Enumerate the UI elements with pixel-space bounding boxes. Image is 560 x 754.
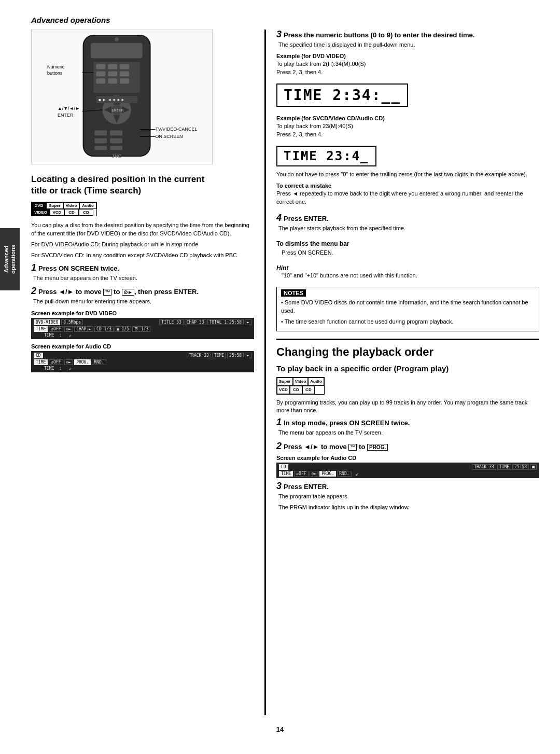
intro-text: You can play a disc from the desired pos…	[31, 221, 254, 238]
section-divider	[276, 339, 539, 340]
step1-action: Press ON SCREEN twice.	[38, 264, 119, 272]
note-dvd: For DVD VIDEO/Audio CD: During playback …	[31, 241, 254, 248]
audio-badge: Audio	[79, 202, 96, 209]
lower-screen-audio: CD TRACK 33 TIME 25:58 ■ TIME ↺OFF ⊙► PR…	[276, 463, 539, 478]
svg-rect-25	[110, 146, 122, 150]
dvd-badge: DVD	[32, 202, 46, 209]
lower-step-1: 1 In stop mode, press ON SCREEN twice. T…	[276, 417, 539, 437]
step-1: 1 Press ON SCREEN twice. The menu bar ap…	[31, 263, 254, 282]
screen-audio-label: Screen example for Audio CD	[31, 343, 254, 350]
hint-section: Hint "10" and "+10" buttons are not used…	[276, 264, 539, 280]
sub-heading: To play back in a specific order (Progra…	[276, 364, 539, 373]
step3-action: Press the numeric buttons (0 to 9) to en…	[284, 31, 474, 39]
step1-desc: The menu bar appears on the TV screen.	[33, 274, 254, 282]
svg-text:Numeric: Numeric	[47, 64, 65, 69]
audio-badge-lower: Audio	[308, 378, 324, 386]
left-column: ENTER JVC Numeric buttons TV/VIDEO-CANCE…	[0, 30, 264, 715]
vcd-badge-lower: VCD	[277, 386, 290, 394]
video-badge-lower: Video	[293, 378, 309, 386]
svg-rect-8	[108, 71, 117, 76]
step2-desc: The pull-down menu for entering time app…	[33, 298, 254, 305]
correct-text: Press ◄ repeatedly to move back to the d…	[276, 190, 539, 206]
note-1: • Some DVD VIDEO discs do not contain ti…	[281, 299, 535, 315]
disc-badges-left: DVD Super Video Audio VIDEO VCD CD CD	[31, 202, 254, 216]
svg-rect-23	[110, 138, 122, 143]
notes-section: NOTES • Some DVD VIDEO discs do not cont…	[276, 287, 539, 331]
svg-point-2	[115, 37, 119, 41]
lower-step2-action: Press ◄/► to move ™ to PROG.	[284, 443, 388, 451]
svg-text:ENTER: ENTER	[58, 113, 74, 118]
screen-audio-example: CD TRACK 33 TIME 25:58 ► TIME ↺OFF ⊙► PR…	[31, 351, 254, 372]
dvd-sub-badge: VIDEO	[32, 209, 50, 216]
lower-step1-action: In stop mode, press ON SCREEN twice.	[284, 419, 410, 427]
advanced-ops-heading: Advanced operations	[31, 16, 560, 24]
step4-desc: The player starts playback from the spec…	[278, 225, 539, 232]
super-badge: Super	[46, 202, 63, 209]
lower-screen-label: Screen example for Audio CD	[276, 455, 539, 461]
svg-text:▲/▼/◄/►: ▲/▼/◄/►	[58, 106, 80, 111]
note-2: • The time search function cannot be use…	[281, 318, 535, 326]
major-heading: Changing the playback order	[276, 345, 539, 359]
screen-dvd-example: DVD-VIDEO 8.5Mbps TITLE 33 CHAP 33 TOTAL…	[31, 318, 254, 339]
svg-text:ON SCREEN: ON SCREEN	[156, 134, 183, 139]
lower-step3-desc2: The PRGM indicator lights up in the disp…	[278, 504, 539, 511]
note-svcd: For SVCD/Video CD: In any condition exce…	[31, 252, 254, 259]
lower-step-3: 3 Press ENTER. The program table appears…	[276, 481, 539, 512]
svg-rect-21	[110, 131, 122, 136]
lower-intro: By programming tracks, you can play up t…	[276, 399, 539, 415]
step3-desc: The specified time is displayed in the p…	[278, 41, 539, 49]
svg-text:TV/VIDEO-CANCEL: TV/VIDEO-CANCEL	[156, 127, 198, 132]
svg-rect-6	[120, 64, 129, 69]
video-sub-badge: CD	[64, 209, 79, 216]
svg-rect-5	[108, 64, 117, 69]
notes-title: NOTES	[281, 289, 306, 297]
step-3: 3 Press the numeric buttons (0 to 9) to …	[276, 30, 539, 206]
dismiss-section: To dismiss the menu bar Press ON SCREEN.	[276, 240, 539, 257]
svg-rect-1	[91, 43, 142, 59]
svg-rect-4	[96, 64, 105, 69]
right-column: 3 Press the numeric buttons (0 to 9) to …	[264, 30, 560, 715]
svg-rect-24	[94, 146, 107, 150]
video-badge: Video	[63, 202, 80, 209]
svg-text:buttons: buttons	[47, 71, 63, 76]
time-display-1: TIME 2:34:__	[276, 83, 408, 107]
remote-image: ENTER JVC Numeric buttons TV/VIDEO-CANCE…	[31, 30, 213, 164]
lower-step1-desc: The menu bar appears on the TV screen.	[278, 429, 539, 437]
svg-text:ENTER: ENTER	[111, 108, 124, 112]
ex1-label: Example (for DVD VIDEO)	[276, 53, 539, 59]
svg-rect-7	[96, 71, 105, 76]
lower-step-2: 2 Press ◄/► to move ™ to PROG.	[276, 441, 539, 451]
step-2: 2 Press ◄/► to move ™ to ⊙►, then press …	[31, 286, 254, 305]
side-tab: Advanced operations	[0, 228, 20, 290]
trailing-note: You do not have to press "0" to enter th…	[276, 171, 539, 178]
dismiss-text: Press ON SCREEN.	[282, 249, 539, 257]
svg-rect-11	[108, 78, 117, 83]
ex2-label: Example (for SVCD/Video CD/Audio CD)	[276, 115, 539, 121]
section-title: Locating a desired position in the curre…	[31, 174, 254, 197]
super-badge-lower: Super	[277, 378, 293, 386]
svg-rect-20	[94, 131, 107, 136]
disc-badges-lower: Super Video Audio VCD CD CD	[276, 377, 539, 394]
svg-text:JVC: JVC	[111, 153, 121, 159]
svg-rect-9	[120, 71, 129, 76]
svg-text:■  ►  ◄◄  ►►: ■ ► ◄◄ ►►	[99, 97, 125, 102]
cd-badge-lower1: CD	[290, 386, 302, 394]
svg-rect-12	[120, 78, 129, 83]
ex2-text: To play back from 23(M):40(S)Press 2, 3,…	[276, 122, 539, 138]
step2-action: Press ◄/► to move ™ to ⊙►, then press EN…	[38, 288, 199, 296]
step-4: 4 Press ENTER. The player starts playbac…	[276, 213, 539, 232]
super-sub-badge: VCD	[50, 209, 64, 216]
correct-label: To correct a mistake	[276, 183, 539, 189]
step4-action: Press ENTER.	[284, 215, 329, 222]
page-number: 14	[0, 725, 560, 733]
screen-dvd-label: Screen example for DVD VIDEO	[31, 310, 254, 316]
time-display-2: TIME 23:4_	[276, 146, 376, 166]
ex1-text: To play back from 2(H):34(M):00(S)Press …	[276, 60, 539, 76]
audio-sub-badge: CD	[79, 209, 93, 216]
lower-step3-action: Press ENTER.	[284, 483, 329, 491]
hint-label: Hint	[276, 264, 539, 272]
cd-badge-lower2: CD	[302, 386, 315, 394]
svg-rect-22	[94, 138, 107, 143]
lower-step3-desc1: The program table appears.	[278, 493, 539, 500]
svg-rect-10	[96, 78, 105, 83]
